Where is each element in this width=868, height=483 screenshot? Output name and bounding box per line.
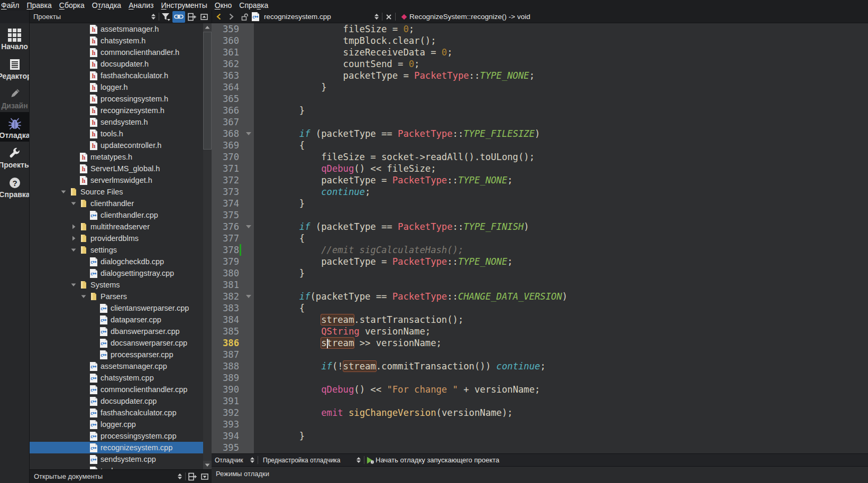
code-line-382[interactable]: 382 if(packetType == PacketType::CHANGE_… (212, 291, 868, 302)
tree-item-ServerLMS_global.h[interactable]: hServerLMS_global.h (30, 163, 212, 174)
code-line-395[interactable]: 395 (212, 442, 868, 453)
debugger-preset-dropdown[interactable]: Преднастройка отладчика (260, 454, 362, 466)
code-line-361[interactable]: 361 sizeReceiveData = 0; (212, 47, 868, 58)
mode-Справка[interactable]: ?Справка (0, 171, 29, 201)
code-line-390[interactable]: 390 qDebug() << "For change " + versionN… (212, 384, 868, 395)
tree-item-tools.h[interactable]: htools.h (30, 128, 212, 140)
tree-item-commonclienthandler.cpp[interactable]: ccommonclienthandler.cpp (30, 384, 212, 395)
code-line-376[interactable]: 376 if (packetType == PacketType::TYPE_F… (212, 221, 868, 233)
code-line-383[interactable]: 383 { (212, 302, 868, 314)
tree-item-recognizesystem.cpp[interactable]: crecognizesystem.cpp (30, 442, 212, 453)
code-line-377[interactable]: 377 { (212, 233, 868, 244)
code-line-381[interactable]: 381 (212, 279, 868, 291)
mode-Проекты[interactable]: Проекты (0, 142, 29, 171)
expanded-arrow-icon[interactable] (70, 200, 79, 207)
tree-item-commonclienthandler.h[interactable]: hcommonclienthandler.h (30, 47, 212, 58)
code-line-378[interactable]: 378 //emit sigCalculateHash(); (212, 244, 868, 256)
code-line-370[interactable]: 370 fileSize = socket->readAll().toULong… (212, 151, 868, 163)
tree-item-Source Files[interactable]: Source Files (30, 186, 212, 198)
tree-item-multithreadserver[interactable]: multithreadserver (30, 221, 212, 233)
code-line-388[interactable]: 388 if(!stream.commitTransaction()) cont… (212, 360, 868, 372)
scroll-down-button[interactable] (203, 461, 212, 469)
menu-Окно[interactable]: Окно (211, 0, 236, 11)
expanded-arrow-icon[interactable] (80, 293, 89, 300)
mode-Начало[interactable]: Начало (0, 23, 29, 53)
tree-item-updatecontroller.h[interactable]: hupdatecontroller.h (30, 140, 212, 151)
tree-item-fasthashcalculator.cpp[interactable]: cfasthashcalculator.cpp (30, 407, 212, 419)
tree-item-Parsers[interactable]: Parsers (30, 291, 212, 302)
tree-item-assetsmanager.h[interactable]: hassetsmanager.h (30, 23, 212, 35)
mode-Редактор[interactable]: Редактор (0, 53, 29, 82)
expanded-arrow-icon[interactable] (60, 189, 69, 195)
panel-selector-dropdown[interactable] (150, 11, 157, 23)
tree-item-assetsmanager.cpp[interactable]: cassetsmanager.cpp (30, 360, 212, 372)
tree-item-metatypes.h[interactable]: hmetatypes.h (30, 151, 212, 163)
code-line-366[interactable]: 366 } (212, 105, 868, 116)
start-debugging-icon[interactable] (366, 454, 375, 466)
close-document-button[interactable] (384, 11, 394, 23)
code-line-379[interactable]: 379 packetType = PacketType::TYPE_NONE; (212, 256, 868, 267)
code-line-374[interactable]: 374 } (212, 198, 868, 209)
tree-scrollbar[interactable] (203, 23, 212, 469)
fold-marker-icon[interactable] (246, 132, 251, 135)
tree-item-logger.h[interactable]: hlogger.h (30, 81, 212, 93)
go-forward-button[interactable] (225, 11, 237, 23)
tree-item-chatsystem.cpp[interactable]: cchatsystem.cpp (30, 372, 212, 384)
scroll-up-button[interactable] (203, 23, 212, 32)
code-line-371[interactable]: 371 qDebug() << fileSize; (212, 163, 868, 174)
tree-item-docsupdater.cpp[interactable]: cdocsupdater.cpp (30, 395, 212, 407)
menu-Инструменты[interactable]: Инструменты (157, 0, 211, 11)
tree-item-docsanswerparser.cpp[interactable]: cdocsanswerparser.cpp (30, 337, 212, 349)
tree-item-providerdblms[interactable]: providerdblms (30, 233, 212, 244)
tree-item-recognizesystem.h[interactable]: hrecognizesystem.h (30, 105, 212, 116)
tree-item-dataparser.cpp[interactable]: cdataparser.cpp (30, 314, 212, 326)
tree-item-settings[interactable]: settings (30, 244, 212, 256)
tree-item-dbanswerparser.cpp[interactable]: cdbanswerparser.cpp (30, 326, 212, 337)
sync-with-editor-button[interactable] (172, 11, 185, 23)
code-line-360[interactable]: 360 tmpBlock.clear(); (212, 35, 868, 47)
code-line-375[interactable]: 375 (212, 209, 868, 221)
collapsed-arrow-icon[interactable] (70, 235, 79, 242)
tree-item-processingsystem.h[interactable]: hprocessingsystem.h (30, 93, 212, 105)
tree-item-dialogsettingstray.cpp[interactable]: cdialogsettingstray.cpp (30, 267, 212, 279)
code-line-373[interactable]: 373 continue; (212, 186, 868, 198)
code-line-364[interactable]: 364 } (212, 81, 868, 93)
menu-Правка[interactable]: Правка (23, 0, 55, 11)
code-line-386[interactable]: 386 stream >> versionName; (212, 337, 868, 349)
code-line-392[interactable]: 392 emit sigChangeVersion(versionName); (212, 407, 868, 419)
tree-item-docsupdater.h[interactable]: hdocsupdater.h (30, 58, 212, 70)
close-panel-button[interactable] (198, 11, 210, 23)
menu-Справка[interactable]: Справка (235, 0, 272, 11)
tree-item-Systems[interactable]: Systems (30, 279, 212, 291)
tree-item-sendsystem.h[interactable]: hsendsystem.h (30, 116, 212, 128)
debugger-dropdown[interactable]: Отладчик (212, 454, 256, 466)
tree-item-clienthandler[interactable]: clienthandler (30, 198, 212, 209)
tree-item-logger.cpp[interactable]: clogger.cpp (30, 419, 212, 430)
menu-Сборка[interactable]: Сборка (56, 0, 88, 11)
code-line-368[interactable]: 368 if (packetType == PacketType::TYPE_F… (212, 128, 868, 140)
code-line-389[interactable]: 389 (212, 372, 868, 384)
code-line-380[interactable]: 380 } (212, 267, 868, 279)
tree-item-clienthandler.cpp[interactable]: cclienthandler.cpp (30, 209, 212, 221)
split-panel-button[interactable] (186, 11, 197, 23)
code-line-394[interactable]: 394 } (212, 430, 868, 442)
tree-item-fasthashcalculator.h[interactable]: hfasthashcalculator.h (30, 70, 212, 81)
code-line-363[interactable]: 363 packetType = PacketType::TYPE_NONE; (212, 70, 868, 81)
panel-selector-dropdown[interactable] (176, 471, 184, 482)
code-editor[interactable]: 359 fileSize = 0;360 tmpBlock.clear();36… (212, 23, 868, 453)
scrollbar-thumb[interactable] (203, 32, 212, 150)
mode-Отладка[interactable]: Отладка (0, 112, 29, 142)
filter-button[interactable] (161, 11, 171, 23)
code-line-359[interactable]: 359 fileSize = 0; (212, 23, 868, 35)
collapsed-arrow-icon[interactable] (70, 224, 79, 230)
code-line-372[interactable]: 372 packetType = PacketType::TYPE_NONE; (212, 174, 868, 186)
code-line-393[interactable]: 393 (212, 419, 868, 430)
menu-Файл[interactable]: Файл (0, 0, 23, 11)
expanded-arrow-icon[interactable] (70, 247, 79, 253)
tree-item-serverlmswidget.h[interactable]: hserverlmswidget.h (30, 174, 212, 186)
document-dropdown[interactable] (373, 11, 380, 23)
tree-item-clientanswerparser.cpp[interactable]: cclientanswerparser.cpp (30, 302, 212, 314)
open-file-name[interactable]: recognizesystem.cpp (264, 13, 373, 21)
start-debugging-label[interactable]: Начать отладку запускающего проекта (376, 456, 499, 464)
pin-file-button[interactable] (239, 11, 251, 23)
